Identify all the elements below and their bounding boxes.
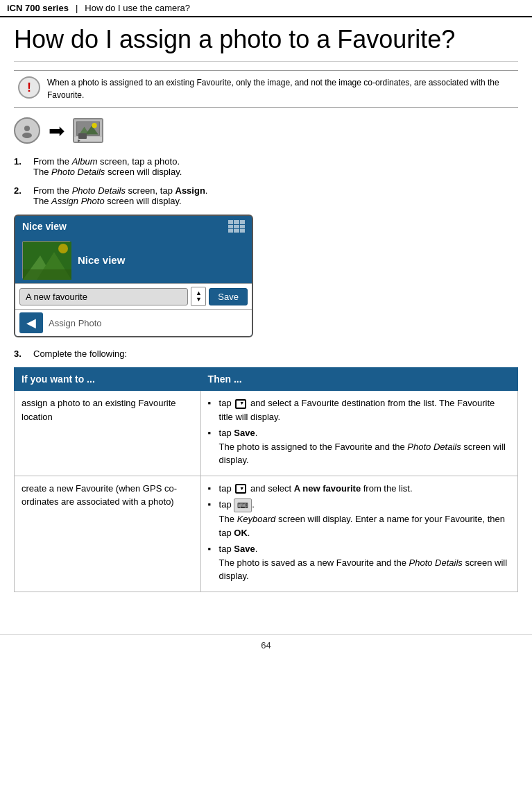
table-row: create a new Favourite (when GPS co-ordi… [15, 476, 518, 592]
step-1-number: 1. [14, 156, 28, 177]
step-1-content: From the Album screen, tap a photo. The … [33, 156, 518, 177]
notice-text: When a photo is assigned to an existing … [47, 76, 514, 101]
svg-point-7 [92, 123, 96, 128]
row1-bullet-list: tap and select a Favourite destination f… [208, 396, 510, 467]
page-content: How do I assign a photo to a Favourite? … [0, 17, 532, 613]
gps-back-button[interactable]: ◀ [19, 312, 43, 333]
gps-dropdown-row: A new favourite ▲ ▼ Save [15, 283, 252, 309]
header-section: How do I use the camera? [85, 3, 190, 13]
table-col1-header: If you want to ... [15, 368, 201, 391]
svg-point-13 [58, 244, 68, 253]
notice-icon: ! [18, 76, 40, 99]
notice-box: ! When a photo is assigned to an existin… [14, 70, 518, 108]
step-1: 1. From the Album screen, tap a photo. T… [14, 156, 518, 177]
page-number: 64 [261, 640, 271, 651]
gps-screen: Nice view Nice view A [14, 215, 253, 337]
row2-bullet-list: tap and select A new favourite from the … [208, 482, 510, 583]
svg-rect-14 [23, 269, 71, 280]
step-2: 2. From the Photo Details screen, tap As… [14, 185, 518, 206]
row2-bullet-2: tap ⌨.The Keyboard screen will display. … [208, 498, 510, 539]
row2-bullet-3: tap Save.The photo is saved as a new Fav… [208, 542, 510, 583]
step-2-content: From the Photo Details screen, tap Assig… [33, 185, 518, 206]
table-row1-col1: assign a photo to an existing Favourite … [15, 391, 201, 476]
gps-grid-icon [228, 220, 245, 233]
step-3: 3. Complete the following: [14, 349, 518, 359]
table-row: assign a photo to an existing Favourite … [15, 391, 518, 476]
table-row2-col1: create a new Favourite (when GPS co-ordi… [15, 476, 201, 592]
row1-bullet-1: tap and select a Favourite destination f… [208, 396, 510, 423]
step-1-sub: The Photo Details screen will display. [33, 167, 182, 177]
series-title: iCN 700 series [7, 3, 69, 13]
step-3-content: Complete the following: [33, 349, 518, 359]
step-1-bold: From the Album screen, tap a photo. [33, 156, 180, 167]
table-row1-col2: tap and select a Favourite destination f… [200, 391, 517, 476]
header-separator: | [76, 3, 78, 13]
row2-bullet-1: tap and select A new favourite from the … [208, 482, 510, 496]
icon-row: ➡ ▶ [14, 117, 518, 144]
gps-title-bar: Nice view [15, 216, 252, 237]
gps-location-label: Nice view [78, 254, 125, 266]
gps-dropdown-arrows[interactable]: ▲ ▼ [191, 287, 206, 306]
arrow-icon: ➡ [49, 119, 65, 142]
svg-point-0 [24, 126, 30, 131]
gps-dropdown-value: A new favourite [26, 292, 87, 302]
gps-assign-label: Assign Photo [49, 318, 102, 328]
page-footer: 64 [0, 634, 532, 651]
svg-point-1 [22, 133, 32, 138]
step-2-bold: From the Photo Details screen, tap Assig… [33, 185, 207, 196]
gps-title: Nice view [22, 221, 67, 232]
header-bar: iCN 700 series | How do I use the camera… [0, 0, 532, 17]
info-table: If you want to ... Then ... assign a pho… [14, 367, 518, 592]
svg-text:▶: ▶ [78, 139, 80, 143]
table-row2-col2: tap and select A new favourite from the … [200, 476, 517, 592]
dropdown-icon-2 [235, 484, 246, 494]
photo-icon: ▶ [73, 118, 103, 143]
row1-bullet-2: tap Save.The photo is assigned to the Fa… [208, 426, 510, 467]
gps-bottom-bar: ◀ Assign Photo [15, 309, 252, 336]
dropdown-icon-1 [235, 399, 246, 409]
step-3-number: 3. [14, 349, 28, 359]
step-2-number: 2. [14, 185, 28, 206]
profile-icon [14, 117, 40, 144]
step-3-bold: Complete the following: [33, 349, 127, 359]
step-2-sub: The Assign Photo screen will display. [33, 196, 182, 206]
gps-dropdown-select[interactable]: A new favourite [19, 288, 188, 305]
page-title: How do I assign a photo to a Favourite? [14, 24, 518, 62]
gps-save-button[interactable]: Save [209, 288, 248, 305]
table-col2-header: Then ... [200, 368, 517, 391]
gps-photo-thumb [22, 241, 71, 279]
gps-photo-row: Nice view [15, 237, 252, 283]
keyboard-icon: ⌨ [234, 498, 252, 513]
